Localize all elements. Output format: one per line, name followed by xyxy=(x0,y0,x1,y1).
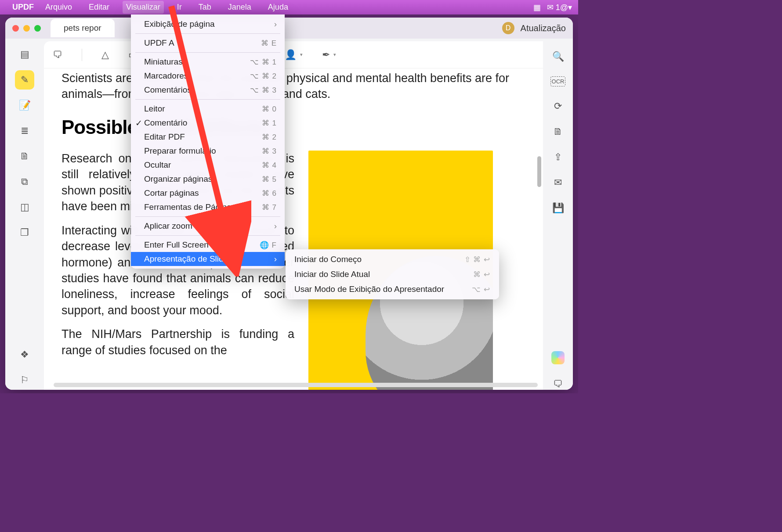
slides-submenu[interactable]: Iniciar do Começo⇧ ⌘ ↩Iniciar do Slide A… xyxy=(286,249,499,299)
separator xyxy=(135,52,280,53)
ocr-icon[interactable]: OCR xyxy=(550,76,566,86)
menu-item-label: Aplicar zoom xyxy=(144,221,270,231)
menubar-mail-icon[interactable]: ✉ 1@▾ xyxy=(547,3,572,12)
menu-item[interactable]: Aplicar zoom› xyxy=(131,219,285,233)
chevron-down-icon[interactable]: ▾ xyxy=(333,52,336,58)
pages-icon[interactable]: ❐ xyxy=(15,223,34,242)
shortcut-label: ⌘ 1 xyxy=(262,119,277,128)
search-icon[interactable]: 🔍 xyxy=(552,51,564,62)
chevron-right-icon: › xyxy=(274,221,277,231)
ai-flower-icon[interactable] xyxy=(551,351,565,364)
menubar-status-icon[interactable]: ▦ xyxy=(533,3,541,12)
menu-arquivo[interactable]: Arquivo xyxy=(42,1,76,14)
menu-editar[interactable]: Editar xyxy=(85,1,113,14)
traffic-lights[interactable] xyxy=(12,25,41,32)
annotation-toolbar: 🗨 △ ▭ ✐ 🖶 ／▾ ◯▾ 👤▾ ✒▾ xyxy=(44,41,543,68)
submenu-item[interactable]: Usar Modo de Exibição do Apresentador⌥ ↩ xyxy=(286,282,499,297)
menu-item-label: Apresentação de Slides xyxy=(144,254,270,264)
window-tabbar: pets repor D Atualização xyxy=(5,18,573,39)
menu-item-label: Leitor xyxy=(144,104,257,114)
menu-item[interactable]: Organizar páginas⌘ 5 xyxy=(131,172,285,186)
shortcut-label: ⌘ E xyxy=(261,39,277,48)
submenu-item[interactable]: Iniciar do Slide Atual⌘ ↩ xyxy=(286,267,499,282)
menu-ajuda[interactable]: Ajuda xyxy=(264,1,292,14)
person-icon[interactable]: 👤 xyxy=(285,49,297,61)
menu-item[interactable]: Ocultar⌘ 4 xyxy=(131,158,285,172)
signature-icon[interactable]: ✒ xyxy=(322,49,330,61)
menu-item[interactable]: UPDF A⌘ E xyxy=(131,36,285,50)
menu-item-label: Ocultar xyxy=(144,160,257,170)
menu-item-label: Marcadores xyxy=(144,71,246,81)
submenu-item-label: Iniciar do Slide Atual xyxy=(294,270,469,279)
menu-item-label: Editar PDF xyxy=(144,132,257,142)
avatar[interactable]: D xyxy=(502,22,514,34)
shortcut-label: ⌘ 5 xyxy=(262,175,277,184)
menu-item[interactable]: Exibição de página› xyxy=(131,17,285,31)
comment-icon[interactable]: 🗨 xyxy=(53,49,62,61)
shortcut-label: ⌘ 3 xyxy=(262,147,277,156)
note-pen-icon[interactable]: 📝 xyxy=(15,96,34,115)
shortcut-label: ⌥ ⌘ 2 xyxy=(250,72,277,81)
shortcut-label: ⌘ ↩ xyxy=(473,270,490,279)
shortcut-label: ⌥ ⌘ 3 xyxy=(250,86,277,95)
menu-item[interactable]: Comentários⌥ ⌘ 3 xyxy=(131,83,285,97)
shortcut-label: ⌘ 4 xyxy=(262,161,277,170)
menu-item-label: Comentários xyxy=(144,85,246,95)
scrollbar-thumb[interactable] xyxy=(537,156,541,187)
app-name[interactable]: UPDF xyxy=(12,3,34,12)
pen-icon[interactable]: △ xyxy=(101,49,109,61)
separator xyxy=(135,235,280,236)
submenu-item-label: Iniciar do Começo xyxy=(294,255,460,264)
menu-item[interactable]: Cortar páginas⌘ 6 xyxy=(131,186,285,200)
horizontal-scrollbar[interactable] xyxy=(54,383,538,387)
shortcut-label: ⌘ 6 xyxy=(262,189,277,198)
shortcut-label: ⌥ ↩ xyxy=(472,285,490,294)
menu-item[interactable]: Leitor⌘ 0 xyxy=(131,102,285,116)
menu-item[interactable]: Editar PDF⌘ 2 xyxy=(131,130,285,144)
menu-janela[interactable]: Janela xyxy=(224,1,255,14)
share-icon[interactable]: ⇪ xyxy=(554,151,562,163)
crop-icon[interactable]: ◫ xyxy=(15,198,34,217)
menu-item[interactable]: Enter Full Screen🌐 F xyxy=(131,238,285,252)
minimize-icon[interactable] xyxy=(23,25,30,32)
menu-item[interactable]: Miniaturas⌥ ⌘ 1 xyxy=(131,55,285,69)
mail-icon[interactable]: ✉ xyxy=(554,177,562,188)
update-button[interactable]: Atualização xyxy=(521,23,566,33)
layers-icon[interactable]: ❖ xyxy=(15,345,34,364)
book-open-icon[interactable]: ▤ xyxy=(15,45,34,64)
highlighter-icon[interactable]: ✎ xyxy=(15,70,34,90)
document-tab[interactable]: pets repor xyxy=(51,19,115,37)
page-view[interactable]: Scientists are looking at what the poten… xyxy=(44,68,543,390)
shortcut-label: ⌘ 2 xyxy=(262,133,277,142)
annotate-list-icon[interactable]: 🗨 xyxy=(553,378,563,390)
chevron-right-icon: › xyxy=(274,19,277,29)
menu-item[interactable]: Preparar formulário⌘ 3 xyxy=(131,144,285,158)
separator xyxy=(82,49,82,61)
menu-item[interactable]: Apresentação de Slides› xyxy=(131,252,285,266)
copy-icon[interactable]: ⧉ xyxy=(15,172,34,191)
menu-visualizar[interactable]: Visualizar xyxy=(123,1,164,14)
form-icon[interactable]: 🗎 xyxy=(15,147,34,166)
menu-ir[interactable]: Ir xyxy=(174,1,185,14)
menu-item[interactable]: Ferramentas de Página⌘ 7 xyxy=(131,200,285,214)
bookmark-icon[interactable]: ⚐ xyxy=(15,370,34,390)
list-icon[interactable]: ≣ xyxy=(15,121,34,140)
menu-item[interactable]: ✓Comentário⌘ 1 xyxy=(131,116,285,130)
menu-tab[interactable]: Tab xyxy=(195,1,215,14)
main-content: 🗨 △ ▭ ✐ 🖶 ／▾ ◯▾ 👤▾ ✒▾ Scientists are loo… xyxy=(44,41,543,390)
menu-item-label: Organizar páginas xyxy=(144,174,257,184)
rotate-icon[interactable]: ⟳ xyxy=(554,101,562,112)
shortcut-label: ⌘ 7 xyxy=(262,203,277,212)
chevron-down-icon[interactable]: ▾ xyxy=(300,52,303,58)
lock-page-icon[interactable]: 🗎 xyxy=(553,126,563,137)
fullscreen-icon[interactable] xyxy=(34,25,41,32)
close-icon[interactable] xyxy=(12,25,19,32)
save-icon[interactable]: 💾 xyxy=(552,202,564,214)
right-sidebar: 🔍 OCR ⟳ 🗎 ⇪ ✉ 💾 🗨 xyxy=(543,41,573,390)
submenu-item[interactable]: Iniciar do Começo⇧ ⌘ ↩ xyxy=(286,252,499,267)
menu-item-label: Enter Full Screen xyxy=(144,240,255,250)
chevron-right-icon: › xyxy=(274,254,277,264)
visualizar-dropdown[interactable]: Exibição de página›UPDF A⌘ EMiniaturas⌥ … xyxy=(131,14,285,269)
separator xyxy=(135,99,280,100)
menu-item[interactable]: Marcadores⌥ ⌘ 2 xyxy=(131,69,285,83)
